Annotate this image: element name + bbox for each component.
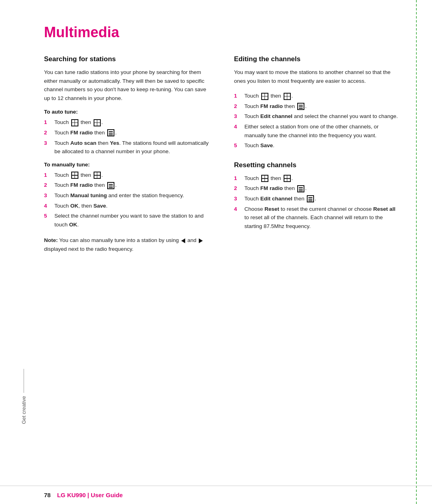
grid-icon xyxy=(94,172,101,179)
page-title: Multimedia xyxy=(44,24,400,41)
list-item: 3 Touch Edit channel then . xyxy=(234,194,400,203)
list-item: 3 Touch Auto scan then Yes. The stations… xyxy=(44,139,210,156)
resetting-section: Resetting channels 1 Touch then . 2 Touc… xyxy=(234,161,400,231)
list-item: 2 Touch FM radio then . xyxy=(44,128,210,137)
auto-tune-list: 1 Touch then . 2 Touch FM radio then . 3 xyxy=(44,118,210,156)
list-item: 1 Touch then . xyxy=(44,171,210,180)
menu-icon xyxy=(297,185,304,192)
list-item: 3 Touch Manual tuning and enter the stat… xyxy=(44,191,210,200)
list-item: 3 Touch Edit channel and select the chan… xyxy=(234,112,400,121)
list-item: 4 Choose Reset to reset the current chan… xyxy=(234,205,400,231)
two-column-layout: Searching for stations You can tune radi… xyxy=(44,55,400,265)
grid-icon xyxy=(261,93,268,100)
editing-section: Editing the channels You may want to mov… xyxy=(234,55,400,150)
side-tab-line xyxy=(24,369,24,393)
arrow-left-icon xyxy=(181,238,185,243)
list-item: 1 Touch then . xyxy=(44,118,210,127)
resetting-list: 1 Touch then . 2 Touch FM radio then . 3 xyxy=(234,174,400,231)
menu-icon xyxy=(307,195,314,202)
note-text: Note: You can also manually tune into a … xyxy=(44,236,210,253)
grid-icon xyxy=(94,119,101,126)
auto-tune-title: To auto tune: xyxy=(44,109,210,115)
list-item: 4 Either select a station from one of th… xyxy=(234,122,400,140)
manually-tune-list: 1 Touch then . 2 Touch FM radio then . 3 xyxy=(44,171,210,229)
grid-icon xyxy=(71,172,78,179)
page: Multimedia Searching for stations You ca… xyxy=(0,0,432,504)
list-item: 1 Touch then . xyxy=(234,92,400,100)
list-item: 2 Touch FM radio then . xyxy=(234,184,400,193)
menu-icon xyxy=(297,103,304,110)
arrow-right-icon xyxy=(199,238,203,243)
side-tab: Get creative xyxy=(21,369,27,424)
resetting-title: Resetting channels xyxy=(234,161,400,169)
grid-icon xyxy=(284,175,291,182)
page-number: 78 xyxy=(44,492,51,498)
searching-title: Searching for stations xyxy=(44,55,210,63)
left-column: Searching for stations You can tune radi… xyxy=(44,55,210,265)
right-column: Editing the channels You may want to mov… xyxy=(234,55,400,265)
grid-icon xyxy=(284,93,291,100)
list-item: 2 Touch FM radio then . xyxy=(234,102,400,111)
list-item: 1 Touch then . xyxy=(234,174,400,183)
footer-brand: LG KU990 | User Guide xyxy=(57,492,123,498)
grid-icon xyxy=(261,175,268,182)
grid-icon xyxy=(71,119,78,126)
footer: 78 LG KU990 | User Guide xyxy=(0,486,432,504)
list-item: 2 Touch FM radio then . xyxy=(44,181,210,190)
editing-intro: You may want to move the stations to ano… xyxy=(234,68,400,85)
right-dashed-border xyxy=(416,0,417,504)
searching-section: Searching for stations You can tune radi… xyxy=(44,55,210,254)
menu-icon xyxy=(107,182,114,189)
editing-list: 1 Touch then . 2 Touch FM radio then . 3 xyxy=(234,92,400,150)
manually-tune-title: To manually tune: xyxy=(44,162,210,168)
list-item: 4 Touch OK, then Save. xyxy=(44,202,210,210)
list-item: 5 Select the channel number you want to … xyxy=(44,212,210,229)
editing-title: Editing the channels xyxy=(234,55,400,63)
menu-icon xyxy=(107,129,114,136)
searching-intro: You can tune radio stations into your ph… xyxy=(44,68,210,102)
list-item: 5 Touch Save. xyxy=(234,141,400,150)
